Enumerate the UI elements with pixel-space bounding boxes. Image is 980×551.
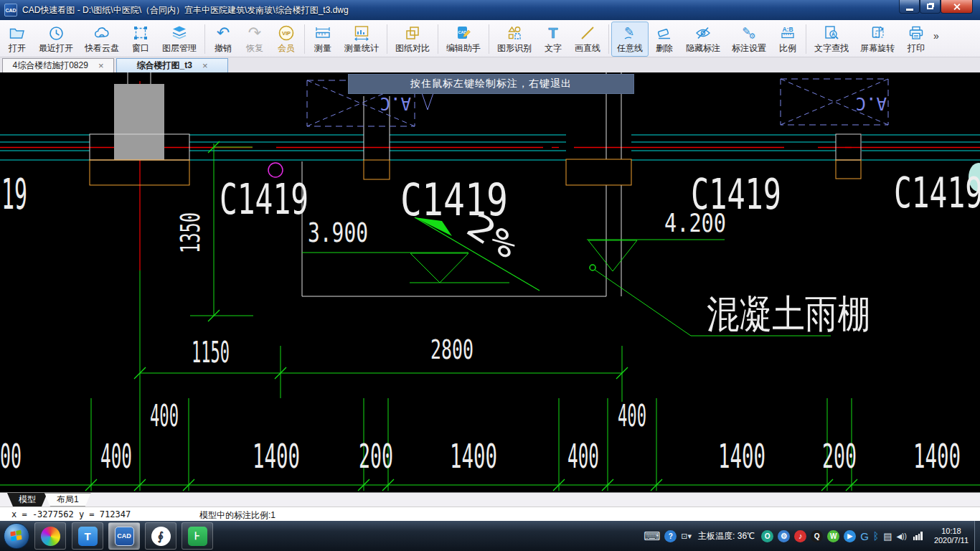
- taskbar-clock[interactable]: 10:182020/7/11: [934, 527, 969, 545]
- annotation-scale-info: 模型中的标注比例:1: [199, 509, 275, 522]
- cad-text-label: 00: [0, 437, 22, 476]
- drawing-canvas[interactable]: 19C1419C1419C1419C14193.9004.2002%135011…: [0, 72, 980, 492]
- toolbar-button-label: 快看云盘: [85, 42, 119, 55]
- toolbar-button-markup-settings[interactable]: ✎⚙标注设置: [726, 22, 772, 57]
- toolbar-button-line[interactable]: 画直线: [569, 22, 606, 57]
- tray-network-icon[interactable]: [911, 532, 925, 540]
- toolbar-separator: [806, 24, 806, 54]
- tray-browser-g-icon[interactable]: G: [860, 530, 869, 542]
- cursor-coordinates: x = -3277562 y = 712347: [11, 509, 131, 519]
- app-icon: CAD: [4, 4, 17, 17]
- toolbar-button-label: 会员: [278, 42, 295, 55]
- status-bar: x = -3277562 y = 712347 模型中的标注比例:1: [0, 507, 980, 521]
- line-icon: [579, 24, 596, 42]
- toolbar-overflow-button[interactable]: »: [932, 30, 942, 49]
- toolbar-button-print[interactable]: 打印: [900, 22, 932, 57]
- toolbar-button-freeline[interactable]: ✎任意线: [611, 22, 649, 57]
- tray-bluetooth-icon[interactable]: ᛒ: [873, 530, 879, 542]
- toolbar-button-compare[interactable]: 图纸对比: [390, 22, 435, 57]
- toolbar-button-label: 屏幕旋转: [860, 42, 895, 55]
- measure-icon: [314, 24, 331, 42]
- toolbar-button-layers[interactable]: 图层管理: [156, 22, 202, 57]
- system-tray: ⌨?⊡▾主板温度: 36℃O⚙♪QW▶Gᛒ▤◀))10:182020/7/11: [641, 521, 980, 551]
- toolbar-button-cloud[interactable]: 快看云盘: [79, 22, 125, 57]
- toolbar-button-hide-markup[interactable]: 隐藏标注: [680, 22, 726, 57]
- layers-icon: [171, 24, 188, 42]
- cad-text-label: 1350: [174, 212, 206, 253]
- cad-text-label: 1400: [913, 437, 961, 476]
- show-desktop-button[interactable]: [974, 521, 980, 551]
- tray-help-icon[interactable]: ?: [664, 530, 677, 542]
- clock-date: 2020/7/11: [934, 536, 969, 545]
- toolbar-separator: [489, 24, 489, 54]
- toolbar-button-edit-assist[interactable]: CAD编辑助手: [440, 22, 486, 57]
- layout-tab-布局1[interactable]: 布局1: [44, 493, 91, 507]
- minimize-button[interactable]: [899, 0, 920, 14]
- tray-360-safe-icon[interactable]: O: [761, 530, 773, 542]
- hide-markup-icon: [694, 24, 712, 42]
- tab-close-icon[interactable]: ×: [98, 60, 104, 71]
- tab-close-icon[interactable]: ×: [202, 60, 208, 71]
- restore-button[interactable]: [920, 0, 941, 14]
- scale-icon: A:B: [779, 24, 796, 42]
- document-tab-1[interactable]: 4综合楼结施打0829×: [2, 58, 114, 72]
- taskbar-app-pinwheel-browser[interactable]: [34, 522, 66, 550]
- toolbar-button-rotate[interactable]: 屏幕旋转: [854, 22, 900, 57]
- tray-keyboard-icon[interactable]: ⌨: [644, 529, 660, 543]
- measure-stats-icon: [353, 24, 370, 42]
- rotate-icon: [869, 24, 886, 42]
- document-tab-2[interactable]: 综合楼打图_t3×: [116, 58, 228, 72]
- tray-qq-icon[interactable]: Q: [811, 530, 823, 542]
- tray-wechat-icon[interactable]: W: [827, 530, 839, 542]
- toolbar-button-vip[interactable]: VIP会员: [270, 22, 302, 57]
- cad-text-label: A.C: [380, 93, 411, 113]
- tray-window-switch-icon[interactable]: ⊡▾: [681, 532, 692, 541]
- green-tool-icon: ⊦: [188, 527, 207, 546]
- toolbar-button-label: 恢复: [246, 42, 263, 55]
- layout-tab-模型[interactable]: 模型: [7, 493, 47, 507]
- toolbar-button-measure-stats[interactable]: 测量统计: [339, 22, 385, 57]
- svg-text:A: A: [831, 32, 835, 37]
- window-icon: [132, 24, 149, 42]
- toolbar-button-shape-detect[interactable]: 图形识别: [491, 22, 537, 57]
- toolbar-button-text[interactable]: T文字: [537, 22, 569, 57]
- taskbar-app-green-tool[interactable]: ⊦: [182, 522, 213, 550]
- toolbar-button-undo[interactable]: ↶撤销: [207, 22, 239, 57]
- tray-volume-icon[interactable]: ◀)): [897, 532, 907, 540]
- windows-logo-icon: [10, 530, 22, 542]
- vip-icon: VIP: [278, 24, 295, 42]
- cad-text-label: 400: [618, 398, 646, 433]
- toolbar-button-eraser[interactable]: 删除: [649, 22, 680, 57]
- toolbar-button-label: 撤销: [215, 42, 232, 55]
- title-bar[interactable]: CAD CAD快速看图 - D:\图纸\中医院\（合同内）宜丰中医院建筑\发南玻…: [0, 0, 980, 20]
- toolbar-button-recent[interactable]: 最近打开: [33, 22, 79, 57]
- toolbar-button-redo[interactable]: ↷恢复: [239, 22, 270, 57]
- cad-text-label: 200: [359, 437, 393, 476]
- toolbar-button-scale[interactable]: A:B比例: [772, 22, 804, 57]
- freeline-icon: ✎: [621, 24, 639, 42]
- toolbar-button-window[interactable]: 窗口: [125, 22, 156, 57]
- toolbar-button-folder[interactable]: 打开: [1, 22, 33, 57]
- tray-settings-icon[interactable]: ⚙: [778, 530, 790, 542]
- cad-text-label: 2800: [430, 334, 473, 365]
- pinwheel-browser-icon: [41, 527, 60, 546]
- cad-text-label: 混凝土雨棚: [707, 291, 870, 336]
- cad-text-label: C1419: [220, 175, 308, 224]
- tray-pointer-icon[interactable]: ▶: [844, 530, 856, 542]
- text-search-icon: A: [823, 24, 840, 42]
- taskbar-app-tim[interactable]: T: [72, 522, 103, 550]
- document-tab-label: 4综合楼结施打0829: [13, 60, 88, 72]
- start-button[interactable]: [4, 523, 29, 549]
- svg-text:↶: ↶: [217, 24, 230, 42]
- tray-clipboard-icon[interactable]: ▤: [883, 531, 892, 542]
- tray-music-icon[interactable]: ♪: [794, 530, 806, 542]
- taskbar-app-seal-logo[interactable]: ∮: [145, 522, 176, 550]
- close-button[interactable]: [941, 0, 973, 14]
- clock-time: 10:18: [934, 527, 969, 536]
- toolbar-button-text-search[interactable]: A文字查找: [809, 22, 854, 57]
- recent-icon: [47, 24, 65, 42]
- toolbar-button-label: 编辑助手: [446, 42, 481, 55]
- toolbar-button-measure[interactable]: 测量: [307, 22, 339, 57]
- taskbar-app-cad-viewer[interactable]: CAD: [108, 522, 140, 550]
- cad-drawing: 19C1419C1419C1419C14193.9004.2002%135011…: [0, 72, 980, 492]
